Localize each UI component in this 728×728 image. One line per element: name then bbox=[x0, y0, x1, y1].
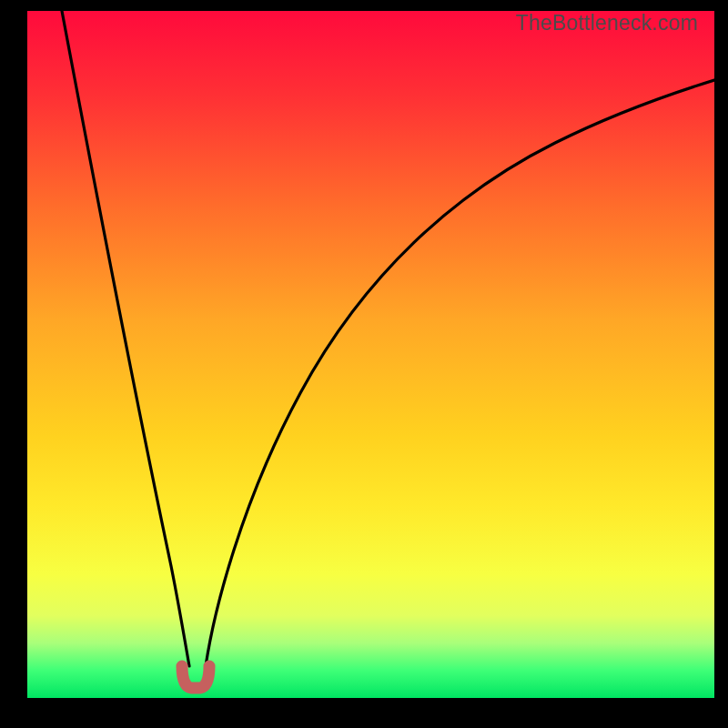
bottleneck-curve-right bbox=[206, 80, 714, 666]
curve-layer bbox=[27, 11, 714, 698]
bottleneck-curve-left bbox=[62, 11, 189, 666]
chart-area: TheBottleneck.com bbox=[27, 11, 714, 698]
optimal-marker bbox=[182, 666, 209, 688]
watermark-text: TheBottleneck.com bbox=[516, 11, 698, 35]
